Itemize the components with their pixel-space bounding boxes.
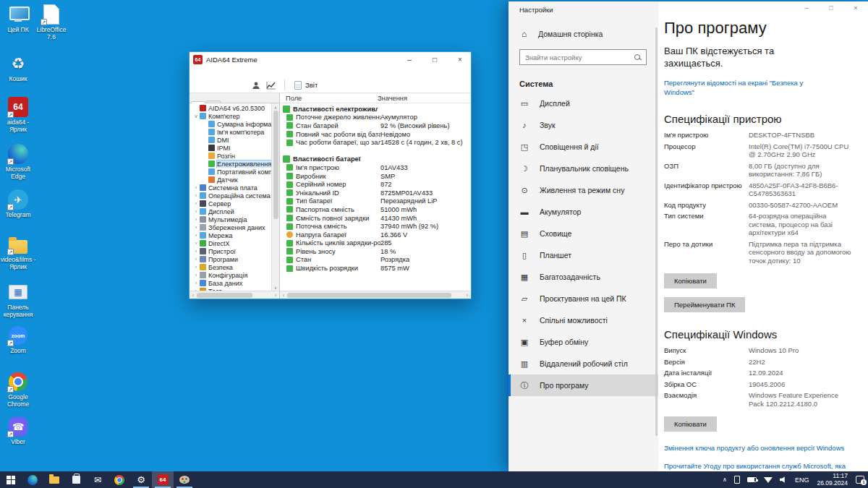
settings-nav-item[interactable]: ▣ Буфер обміну [509,331,658,353]
value-row[interactable]: Поточна ємність 37940 mWh (92 %) [280,222,471,231]
desktop-icon-telegram[interactable]: ✈ ↗ Telegram [0,189,36,219]
settings-nav-item[interactable]: ⓘ Про програму [509,374,658,396]
expander-icon[interactable]: › [192,281,200,286]
language-indicator[interactable]: ENG [791,471,813,488]
tree-item[interactable]: Датчик [190,176,271,184]
taskbar-settings[interactable]: ⚙ [130,471,152,488]
expander-icon[interactable]: › [192,193,200,198]
sidebar-item-home[interactable]: ⌂ Домашня сторінка [509,25,658,43]
settings-nav-item[interactable]: ▤ Сховище [509,223,658,244]
tray-volume[interactable] [776,471,791,488]
value-row[interactable]: Ім'я пристрою 01AV433 [280,163,471,172]
value-row[interactable]: Тип батареї Перезарядний LiP [280,197,471,206]
tree-item[interactable]: ∨ Комп'ютер [190,112,271,120]
tree-item[interactable]: › Сервер [190,200,271,207]
pane-tab[interactable] [206,100,221,103]
value-row[interactable]: Ємність повної зарядки 41430 mWh [280,214,471,223]
value-row[interactable]: Паспортна ємність 51000 mWh [280,205,471,214]
minimize-button[interactable]: – [399,52,420,67]
product-key-link[interactable]: Змінення ключа продукту або оновлення ве… [664,443,852,453]
settings-nav-item[interactable]: ▥ Віддалений робочий стіл [509,353,658,374]
desktop-icon-edge[interactable]: ↗ Microsoft Edge [0,143,36,180]
tree-item[interactable]: AIDA64 v6.20.5300 [190,104,271,112]
report-button[interactable]: Звіт [290,80,322,91]
desktop-icon-chrome[interactable]: ↗ Google Chrome [0,371,36,408]
expander-icon[interactable]: › [192,217,200,222]
desktop-icon-videofilms[interactable]: ↗ video&films - Ярлик [0,234,36,270]
tray-device[interactable] [731,471,744,488]
taskbar-chrome[interactable] [109,471,130,488]
tree-item[interactable]: IPMI [190,144,271,152]
settings-search-box[interactable] [519,49,647,65]
scroll-up-icon[interactable]: ∧ [274,103,277,111]
expander-icon[interactable]: › [192,225,200,230]
tree-item[interactable]: › Конфігурація [190,271,271,279]
value-row[interactable]: Повний час роботи від батареї Невідомо [280,130,471,139]
scrollbar-thumb[interactable] [197,293,252,298]
tree-item[interactable]: › Програми [190,255,271,263]
pane-tab[interactable] [191,101,205,103]
value-row[interactable]: Поточне джерело живлення Акумулятор [280,114,471,122]
taskbar-store[interactable] [65,471,87,488]
chart-icon[interactable] [266,81,276,90]
tree-item[interactable]: Сумарна інформація [190,120,271,128]
column-value[interactable]: Значення [378,95,407,102]
expander-icon[interactable]: › [192,209,200,214]
values-horizontal-scrollbar[interactable]: ‹ › [280,291,471,299]
desktop-icon-control-panel[interactable]: ▦ Панель керування [0,281,36,318]
tree-item[interactable]: › Пристрої [190,247,271,255]
settings-nav-item[interactable]: ▬ Акумулятор [509,201,658,223]
desktop-icon-recycle-bin[interactable]: ♻ Кошик [0,53,36,83]
value-row[interactable]: Напруга батареї 16.366 V [280,231,471,239]
tree-item[interactable]: › Мультимедіа [190,215,271,223]
expander-icon[interactable]: › [192,257,200,262]
close-button[interactable]: × [449,52,471,67]
taskbar-clock[interactable]: 11:17 26.09.2024 [812,473,852,487]
tree-item[interactable]: Електроживлення [190,160,271,168]
scroll-left-icon[interactable]: ‹ [190,293,197,298]
search-input[interactable] [525,53,626,61]
start-button[interactable] [0,471,22,488]
desktop-icon-aida64[interactable]: 64 ↗ aida64 - Ярлик [0,96,36,133]
scroll-left-icon[interactable]: ‹ [280,293,287,298]
value-row[interactable] [280,147,471,155]
settings-nav-item[interactable]: ♪ Звук [509,114,658,136]
rename-pc-button[interactable]: Перейменувати ПК [664,297,745,312]
scroll-right-icon[interactable]: › [464,293,471,298]
scroll-down-icon[interactable]: ∨ [274,283,277,291]
value-row[interactable]: Властивості батареї [280,155,471,164]
aida64-titlebar[interactable]: 64 AIDA64 Extreme – □ × [190,52,471,67]
maximize-button[interactable]: □ [424,52,446,67]
scrollbar-thumb[interactable] [273,111,278,219]
taskbar-mail[interactable]: ✉ [87,471,109,488]
tray-expand-chevron[interactable]: ∧ [719,471,731,488]
tray-network[interactable] [760,471,776,488]
tree-item[interactable]: › Мережа [190,231,271,239]
column-field[interactable]: Поле [280,95,378,102]
tree-item[interactable]: › DirectX [190,239,271,247]
tree-horizontal-scrollbar[interactable]: ‹ › [190,291,279,299]
taskbar-paint[interactable] [174,471,195,488]
value-row[interactable]: Виробник SMP [280,172,471,181]
desktop-icon-this-pc[interactable]: Цей ПК [0,4,36,34]
settings-nav-item[interactable]: ◳ Сповіщення й дії [509,136,658,158]
value-row[interactable]: Властивості електроживлення [280,105,471,114]
expander-icon[interactable]: › [192,185,200,190]
value-row[interactable]: Кількість циклів зарядки-розря... 285 [280,239,471,248]
desktop-icon-zoom[interactable]: zoom ↗ Zoom [0,325,36,355]
user-icon[interactable] [252,81,260,90]
tree-item[interactable]: › Операційна система [190,192,271,200]
expander-icon[interactable]: › [192,241,200,246]
tree-vertical-scrollbar[interactable]: ∧ ∨ [271,103,279,291]
action-center[interactable]: 1 [852,471,868,488]
value-row[interactable]: Рівень зносу 18 % [280,247,471,256]
settings-nav-item[interactable]: ▱ Проєктування на цей ПК [509,288,658,309]
taskbar-explorer[interactable] [43,471,65,488]
value-row[interactable]: Стан Розрядка [280,256,471,265]
settings-nav-item[interactable]: ⊙ Живлення та режим сну [509,179,658,201]
tree-item[interactable]: › Збереження даних [190,223,271,231]
expander-icon[interactable]: › [192,273,200,278]
settings-nav-item[interactable]: × Спільні можливості [509,309,658,331]
tree-item[interactable]: Портативний комп' [190,168,271,176]
tree-item[interactable]: › Системна плата [190,184,271,192]
